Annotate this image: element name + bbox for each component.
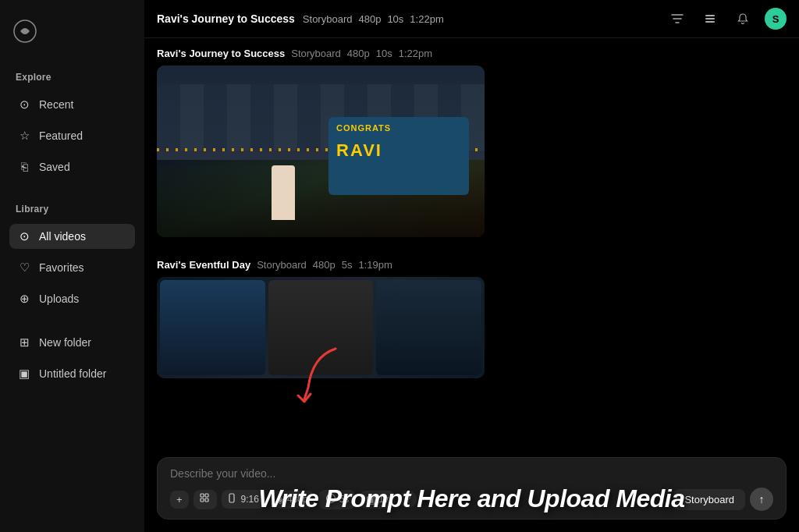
video-2-tag-res: 480p <box>313 259 336 271</box>
meta-duration: 10s <box>387 13 403 25</box>
prompt-container: + <box>157 457 787 520</box>
meta-storyboard: Storyboard <box>303 13 353 25</box>
all-videos-icon: ⊙ <box>17 229 31 243</box>
new-folder-icon: ⊞ <box>17 335 31 349</box>
saved-icon: ⎗ <box>17 160 31 173</box>
thumb-panel-1 <box>160 280 265 375</box>
sidebar: Explore ⊙ Recent ☆ Featured ⎗ Saved Libr… <box>0 0 144 532</box>
svg-rect-3 <box>705 21 715 23</box>
video-1-scene <box>157 66 485 237</box>
user-avatar[interactable]: S <box>765 8 787 30</box>
svg-rect-2 <box>705 18 715 20</box>
resolution-button[interactable]: ◈ 480p <box>270 491 314 509</box>
app-container: Explore ⊙ Recent ☆ Featured ⎗ Saved Libr… <box>0 0 799 532</box>
sidebar-item-label-saved: Saved <box>39 161 70 173</box>
video-1-tag-dur: 10s <box>376 48 392 59</box>
recent-icon: ⊙ <box>17 98 31 112</box>
sidebar-item-label-all-videos: All videos <box>39 230 86 243</box>
sidebar-item-recent[interactable]: ⊙ Recent <box>9 92 135 117</box>
aspect-ratio-button[interactable]: 9:16 <box>222 490 265 509</box>
svg-rect-5 <box>205 494 208 497</box>
filter-button[interactable] <box>666 8 688 30</box>
sidebar-item-uploads[interactable]: ⊕ Uploads <box>9 286 135 311</box>
help-label: ? <box>406 494 411 505</box>
list-button[interactable] <box>699 8 721 30</box>
uploads-icon: ⊕ <box>17 292 31 306</box>
video-2-tag-dur: 5s <box>342 259 353 271</box>
svg-rect-6 <box>201 498 204 502</box>
aspect-ratio-icon <box>228 493 238 505</box>
upload-icon: ↑ <box>759 493 765 505</box>
svg-rect-8 <box>229 494 234 502</box>
resolution-icon: ◈ <box>276 494 284 505</box>
svg-rect-4 <box>201 494 204 497</box>
sidebar-item-saved[interactable]: ⎗ Saved <box>9 154 135 179</box>
sidebar-item-label-recent: Recent <box>39 98 73 111</box>
sora-logo-icon <box>12 19 37 44</box>
thumb-panel-3 <box>376 280 481 375</box>
feed-item-2: Ravi's Eventful Day Storyboard 480p 5s 1… <box>144 250 799 378</box>
video-2-tag-time: 1:19pm <box>358 259 392 271</box>
sidebar-item-label-featured: Featured <box>39 129 83 142</box>
feed-item-2-meta: Ravi's Eventful Day Storyboard 480p 5s 1… <box>157 259 787 271</box>
video-2-tag-storyboard: Storyboard <box>257 259 307 271</box>
feed-item-1: Ravi's Journey to Success Storyboard 480… <box>144 38 799 237</box>
sidebar-item-label-uploads: Uploads <box>39 293 79 305</box>
video-2-title: Ravi's Eventful Day <box>157 259 250 271</box>
aspect-ratio-label: 9:16 <box>241 494 259 505</box>
duration-button[interactable]: 5s <box>319 490 356 509</box>
person-element <box>272 165 295 220</box>
svg-rect-1 <box>705 15 715 16</box>
feed-item-1-meta: Ravi's Journey to Success Storyboard 480… <box>157 48 787 59</box>
video-1-tag-res: 480p <box>347 48 370 59</box>
logo-area[interactable] <box>9 12 135 59</box>
prompt-input[interactable] <box>170 467 773 480</box>
meta-time: 1:22pm <box>410 13 443 25</box>
add-media-button[interactable]: + <box>170 491 189 509</box>
storyboard-tool-icon <box>200 493 211 506</box>
avatar-letter: S <box>772 13 779 25</box>
version-label: 1v <box>378 494 389 505</box>
featured-icon: ☆ <box>17 129 31 143</box>
library-section-label: Library <box>9 197 135 218</box>
untitled-folder-icon: ▣ <box>17 367 31 381</box>
svg-rect-7 <box>205 498 208 502</box>
sidebar-item-new-folder[interactable]: ⊞ New folder <box>9 330 135 355</box>
prompt-bar: + <box>157 457 787 520</box>
sidebar-item-label-untitled-folder: Untitled folder <box>39 367 106 380</box>
top-video-title: Ravi's Journey to Success <box>157 12 295 25</box>
video-1-title: Ravi's Journey to Success <box>157 48 285 59</box>
resolution-label: 480p <box>287 494 308 505</box>
video-1-tag-storyboard: Storyboard <box>291 48 341 59</box>
top-bar-left: Ravi's Journey to Success Storyboard 480… <box>157 12 444 25</box>
sidebar-item-favorites[interactable]: ♡ Favorites <box>9 255 135 280</box>
meta-resolution: 480p <box>358 13 381 25</box>
storyboard-submit-button[interactable]: Storyboard <box>673 489 745 510</box>
sidebar-item-label-new-folder: New folder <box>39 336 91 349</box>
help-button[interactable]: ? <box>400 491 417 508</box>
plus-icon: + <box>176 494 183 505</box>
top-video-meta: Storyboard 480p 10s 1:22pm <box>303 13 444 25</box>
favorites-icon: ♡ <box>17 261 31 275</box>
notifications-button[interactable] <box>732 8 754 30</box>
prompt-toolbar: + <box>170 488 773 511</box>
duration-label: 5s <box>339 494 350 505</box>
main-content: Ravi's Journey to Success Storyboard 480… <box>144 0 799 532</box>
sidebar-item-featured[interactable]: ☆ Featured <box>9 123 135 148</box>
storyboard-btn-label: Storyboard <box>684 494 734 505</box>
explore-section-label: Explore <box>9 66 135 86</box>
sidebar-item-untitled-folder[interactable]: ▣ Untitled folder <box>9 361 135 386</box>
upload-button[interactable]: ↑ <box>750 488 773 511</box>
version-button[interactable]: ▣ 1v <box>360 491 395 509</box>
bus-element <box>328 117 469 195</box>
storyboard-tool-button[interactable] <box>194 490 217 509</box>
prompt-input-row <box>170 467 773 480</box>
version-icon: ▣ <box>366 494 375 505</box>
video-2-thumbnail[interactable] <box>157 277 485 378</box>
top-bar: Ravi's Journey to Success Storyboard 480… <box>144 0 799 38</box>
duration-icon <box>325 493 336 506</box>
sidebar-item-all-videos[interactable]: ⊙ All videos <box>9 224 135 249</box>
video-2-scene <box>157 277 485 378</box>
video-1-thumbnail[interactable] <box>157 66 485 237</box>
top-bar-right: S <box>666 8 787 30</box>
